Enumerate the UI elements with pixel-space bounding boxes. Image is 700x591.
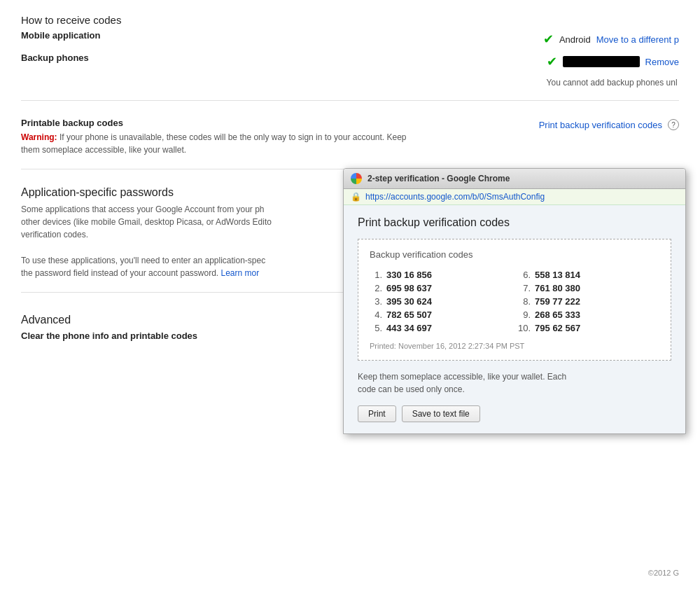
android-label: Android: [559, 34, 591, 45]
code-row-5: 5. 443 34 697: [370, 321, 511, 335]
how-to-receive-section: How to receive codes Mobile application …: [21, 14, 679, 101]
chrome-window-title: 2-step verification - Google Chrome: [368, 174, 510, 183]
backup-phones-controls: ✔ Remove: [547, 54, 679, 69]
popup-title: Print backup verification codes: [358, 216, 671, 229]
remove-link[interactable]: Remove: [645, 57, 679, 67]
printable-backup-section: Printable backup codes Warning: If your …: [21, 118, 679, 169]
redacted-phone: [563, 56, 640, 67]
code-val-5: 443 34 697: [386, 323, 432, 333]
printable-backup-right: Print backup verification codes ?: [539, 119, 679, 130]
footer-copyright: ©2012 G: [648, 569, 679, 577]
backup-phones-right: ✔ Remove You cannot add backup phones un…: [547, 54, 679, 88]
mobile-app-right: ✔ Android Move to a different p: [543, 32, 679, 47]
code-row-9: 9. 268 65 333: [518, 308, 659, 321]
learn-more-link[interactable]: Learn mor: [221, 268, 260, 278]
code-row-2: 2. 695 98 637: [370, 281, 511, 295]
code-row-8: 8. 759 77 222: [518, 295, 659, 308]
code-val-4: 782 65 507: [386, 310, 432, 320]
code-val-10: 795 62 567: [535, 323, 580, 333]
how-to-receive-title: How to receive codes: [21, 14, 679, 26]
chrome-titlebar: 2-step verification - Google Chrome: [344, 169, 685, 189]
printable-backup-warning: Warning: If your phone is unavailable, t…: [21, 131, 413, 156]
code-val-9: 268 65 333: [535, 310, 580, 320]
android-checkmark: ✔: [543, 32, 554, 47]
code-num-5: 5.: [370, 323, 382, 333]
code-num-1: 1.: [370, 270, 382, 280]
printable-backup-row: Printable backup codes Warning: If your …: [21, 118, 679, 156]
code-val-6: 558 13 814: [535, 270, 580, 280]
code-num-10: 10.: [518, 323, 531, 333]
lock-icon: 🔒: [351, 192, 361, 202]
show-backup-codes-link[interactable]: Print backup verification codes: [539, 120, 662, 130]
code-row-4: 4. 782 65 507: [370, 308, 511, 321]
warning-body: If your phone is unavailable, these code…: [21, 132, 407, 155]
popup-buttons: Print Save to text file: [358, 405, 671, 422]
code-num-9: 9.: [518, 310, 531, 320]
code-val-8: 759 77 222: [535, 296, 580, 307]
code-val-7: 761 80 380: [535, 283, 580, 293]
mobile-app-row: Mobile application ✔ Android Move to a d…: [21, 30, 679, 47]
code-num-2: 2.: [370, 283, 382, 293]
code-num-8: 8.: [518, 296, 531, 307]
code-val-3: 395 30 624: [386, 296, 432, 307]
code-num-6: 6.: [518, 270, 531, 280]
code-val-2: 695 98 637: [386, 283, 432, 293]
backup-phones-note: You cannot add backup phones unl: [547, 78, 678, 88]
code-row-6: 6. 558 13 814: [518, 268, 659, 281]
warning-label: Warning:: [21, 132, 57, 142]
printable-backup-left: Printable backup codes Warning: If your …: [21, 118, 413, 156]
codes-box-title: Backup verification codes: [370, 249, 659, 260]
backup-checkmark: ✔: [547, 54, 557, 69]
code-row-10: 10. 795 62 567: [518, 321, 659, 335]
code-val-1: 330 16 856: [386, 270, 432, 280]
printable-backup-label: Printable backup codes: [21, 118, 413, 128]
code-row-1: 1. 330 16 856: [370, 268, 511, 281]
chrome-content: Print backup verification codes Backup v…: [344, 205, 685, 433]
backup-phones-row: Backup phones ✔ Remove You cannot add ba…: [21, 53, 679, 88]
popup-note: Keep them someplace accessible, like you…: [358, 370, 671, 396]
mobile-app-left: Mobile application: [21, 30, 413, 43]
code-num-4: 4.: [370, 310, 382, 320]
save-to-text-button[interactable]: Save to text file: [402, 405, 480, 422]
url-text: https://accounts.google.com/b/0/SmsAuthC…: [365, 192, 545, 202]
print-button[interactable]: Print: [358, 405, 396, 422]
codes-left-column: 1. 330 16 856 2. 695 98 637 3. 395 30 62…: [370, 268, 511, 335]
help-icon[interactable]: ?: [668, 119, 679, 130]
backup-phones-left: Backup phones: [21, 53, 413, 66]
code-num-7: 7.: [518, 283, 531, 293]
chrome-window: 2-step verification - Google Chrome 🔒 ht…: [343, 168, 686, 434]
backup-phones-label: Backup phones: [21, 53, 413, 63]
mobile-app-label: Mobile application: [21, 30, 413, 41]
move-to-different-link[interactable]: Move to a different p: [596, 34, 679, 45]
code-row-7: 7. 761 80 380: [518, 281, 659, 295]
chrome-addressbar: 🔒 https://accounts.google.com/b/0/SmsAut…: [344, 189, 685, 205]
code-row-3: 3. 395 30 624: [370, 295, 511, 308]
codes-box: Backup verification codes 1. 330 16 856 …: [358, 239, 671, 361]
codes-printed-date: Printed: November 16, 2012 2:27:34 PM PS…: [370, 342, 659, 350]
codes-grid: 1. 330 16 856 2. 695 98 637 3. 395 30 62…: [370, 268, 659, 335]
chrome-logo-icon: [351, 173, 362, 184]
codes-right-column: 6. 558 13 814 7. 761 80 380 8. 759 77 22…: [518, 268, 659, 335]
code-num-3: 3.: [370, 296, 382, 307]
